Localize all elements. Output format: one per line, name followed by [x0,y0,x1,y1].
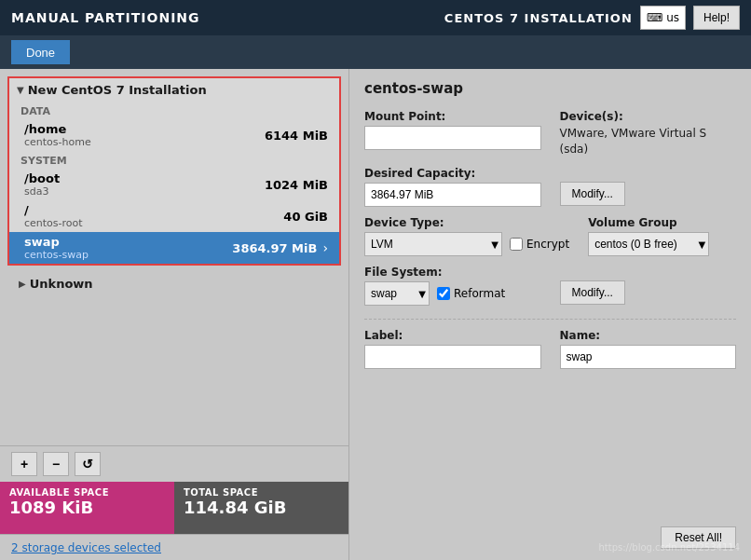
install-group: ▼ New CentOS 7 Installation DATA /home c… [7,76,341,266]
device-type-select[interactable]: LVM Standard Partition BTRFS LVM Thin Pr… [364,232,502,256]
boot-device: sda3 [24,185,60,198]
desired-capacity-input[interactable] [364,183,541,207]
partition-item-home-right: 6144 MiB [265,129,328,143]
install-title: CENTOS 7 INSTALLATION [444,11,633,25]
modify2-group: Modify... [560,266,737,305]
reformat-checkbox-label[interactable]: Reformat [437,287,505,300]
name-group: Name: [560,329,737,369]
device-type-controls: LVM Standard Partition BTRFS LVM Thin Pr… [364,232,569,256]
done-button[interactable]: Done [11,40,70,64]
modify1-group: Modify... [560,167,737,206]
total-space-label: TOTAL SPACE [184,487,339,498]
partition-detail-title: centos-swap [364,80,736,97]
available-space-box: AVAILABLE SPACE 1089 KiB [0,482,174,534]
partition-item-swap[interactable]: swap centos-swap 3864.97 MiB › [9,232,339,264]
capacity-modify-row: Desired Capacity: Modify... [364,167,736,207]
reformat-checkbox[interactable] [437,287,450,300]
desired-capacity-label: Desired Capacity: [364,167,541,180]
add-partition-button[interactable]: + [11,452,37,476]
volume-group-select[interactable]: centos (0 B free) [588,232,709,256]
mount-devices-row: Mount Point: Device(s): VMware, VMware V… [364,110,736,157]
unknown-group-header[interactable]: ▶ Unknown [15,273,334,294]
partition-item-root[interactable]: / centos-root 40 GiB [9,200,339,232]
install-group-header[interactable]: ▼ New CentOS 7 Installation [9,78,339,102]
left-panel: ▼ New CentOS 7 Installation DATA /home c… [0,69,349,560]
root-size: 40 GiB [283,210,328,224]
encrypt-checkbox-label[interactable]: Encrypt [510,238,569,251]
system-section-label: SYSTEM [9,151,339,169]
partition-item-boot-left: /boot sda3 [24,171,60,198]
volume-group-select-wrapper: centos (0 B free) ▼ [588,232,709,256]
root-mount: / [24,203,83,217]
label-group: Label: [364,329,541,369]
total-space-box: TOTAL SPACE 114.84 GiB [174,482,348,534]
device-type-select-wrapper: LVM Standard Partition BTRFS LVM Thin Pr… [364,232,502,256]
devices-group: Device(s): VMware, VMware Virtual S (sda… [560,110,737,157]
storage-devices-link[interactable]: 2 storage devices selected [11,541,161,554]
root-device: centos-root [24,217,83,229]
unknown-group: ▶ Unknown [15,273,334,294]
partition-list: ▼ New CentOS 7 Installation DATA /home c… [0,69,348,445]
mount-point-input[interactable] [364,126,541,150]
available-space-value: 1089 KiB [9,498,165,517]
partition-item-swap-right: 3864.97 MiB › [232,240,328,255]
partition-item-home[interactable]: /home centos-home 6144 MiB [9,119,339,151]
bottom-toolbar: + − ↺ [0,445,348,482]
help-button[interactable]: Help! [693,6,740,30]
name-input[interactable] [560,345,737,369]
filesystem-label: File System: [364,266,541,279]
total-space-value: 114.84 GiB [184,498,339,517]
volume-group-controls: centos (0 B free) ▼ [588,232,736,256]
devices-info: VMware, VMware Virtual S (sda) [560,126,737,157]
label-label: Label: [364,329,541,342]
keyboard-selector[interactable]: ⌨ us [640,6,686,30]
home-device: centos-home [24,136,91,148]
partition-item-swap-left: swap centos-swap [24,235,89,261]
partition-item-home-left: /home centos-home [24,122,91,148]
home-size: 6144 MiB [265,129,328,143]
boot-size: 1024 MiB [265,178,328,192]
swap-device: centos-swap [24,249,89,261]
home-mount: /home [24,122,91,136]
device-type-label: Device Type: [364,216,569,229]
encrypt-checkbox[interactable] [510,238,523,251]
mount-point-group: Mount Point: [364,110,541,150]
partition-item-root-left: / centos-root [24,203,83,229]
install-group-label: New CentOS 7 Installation [28,83,207,97]
chevron-right-unknown-icon: ▶ [19,279,26,289]
space-info: AVAILABLE SPACE 1089 KiB TOTAL SPACE 114… [0,482,348,534]
name-label: Name: [560,329,737,342]
mount-point-label: Mount Point: [364,110,541,123]
refresh-button[interactable]: ↺ [75,452,101,476]
remove-partition-button[interactable]: − [43,452,69,476]
swap-mount: swap [24,235,89,249]
filesystem-controls: swap ext4 ext3 xfs vfat ▼ Reformat [364,281,541,306]
reformat-label: Reformat [454,287,505,300]
desired-capacity-group: Desired Capacity: [364,167,541,207]
right-panel: centos-swap Mount Point: Device(s): VMwa… [349,69,751,560]
label-input[interactable] [364,345,541,369]
chevron-down-icon: ▼ [17,85,24,95]
data-section-label: DATA [9,102,339,119]
chevron-right-icon: › [322,240,328,255]
partition-item-root-right: 40 GiB [283,210,328,224]
modify-volume-button[interactable]: Modify... [560,280,625,305]
swap-size: 3864.97 MiB [232,241,317,255]
partition-item-boot[interactable]: /boot sda3 1024 MiB [9,169,339,200]
filesystem-select[interactable]: swap ext4 ext3 xfs vfat [364,281,430,306]
header: MANUAL PARTITIONING CENTOS 7 INSTALLATIO… [0,0,751,35]
keyboard-lang: us [666,11,679,24]
device-type-volume-row: Device Type: LVM Standard Partition BTRF… [364,216,736,256]
device-type-group: Device Type: LVM Standard Partition BTRF… [364,216,569,256]
filesystem-group: File System: swap ext4 ext3 xfs vfat ▼ [364,266,541,306]
toolbar: Done [0,35,751,69]
available-space-label: AVAILABLE SPACE [9,487,165,498]
modify-devices-button[interactable]: Modify... [560,182,625,206]
devices-label: Device(s): [560,110,737,123]
boot-mount: /boot [24,171,60,185]
app-title: MANUAL PARTITIONING [11,10,200,25]
storage-link-row: 2 storage devices selected [0,534,348,560]
encrypt-label: Encrypt [526,238,569,251]
filesystem-select-wrapper: swap ext4 ext3 xfs vfat ▼ [364,281,430,306]
main-content: ▼ New CentOS 7 Installation DATA /home c… [0,69,751,560]
